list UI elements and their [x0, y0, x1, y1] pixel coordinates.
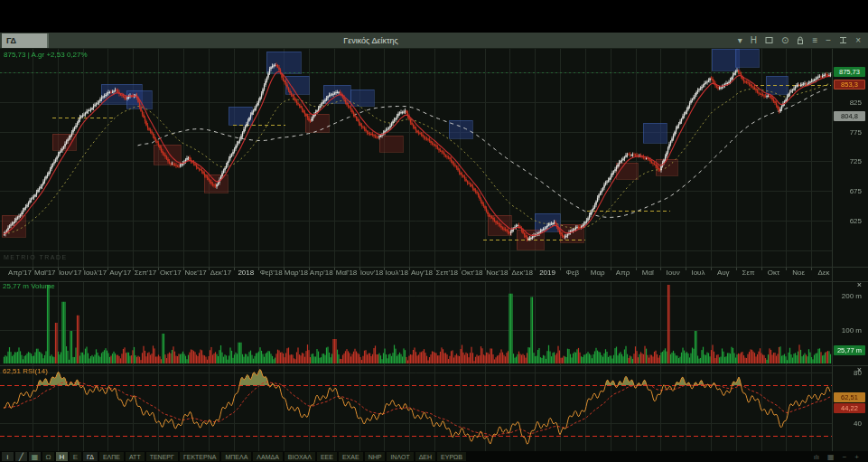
lock-open-icon[interactable]	[797, 36, 804, 45]
alert-price-badge: 853,3	[834, 80, 865, 90]
chart-window: ΓΔ Γενικός Δείκτης ▾Η⊙≡−× 875,73 | A.gr …	[0, 33, 868, 462]
price-tick: 675	[850, 187, 862, 195]
date-label: Ιουλ'17	[84, 269, 107, 277]
date-label: Αυγ	[717, 269, 730, 277]
date-label: Οκτ	[768, 269, 779, 277]
ticker-tab-ΜΠΕΛΑ[interactable]: ΜΠΕΛΑ	[221, 452, 251, 461]
ticker-tab-ΙΝΛΟΤ[interactable]: ΙΝΛΟΤ	[387, 452, 413, 461]
price-tick: 625	[850, 217, 862, 225]
window-title: Γενικός Δείκτης	[0, 36, 742, 45]
menu-icon[interactable]: ≡	[812, 36, 817, 45]
price-tick: 825	[850, 99, 862, 107]
instrument-tab[interactable]: ΓΔ	[2, 33, 49, 48]
date-label: 2019	[539, 269, 555, 277]
grid-small-icon[interactable]: ▦	[827, 453, 835, 461]
titlebar-icons: ▾Η⊙≡−×	[738, 36, 868, 45]
volume-bars-icon[interactable]: ılı	[814, 453, 819, 461]
date-label: Απρ'18	[310, 269, 333, 277]
date-label: Φεβ	[566, 269, 580, 277]
ticker-tab-ΕΥΡΩΒ[interactable]: ΕΥΡΩΒ	[437, 452, 466, 461]
date-label: Σεπ	[742, 269, 755, 277]
timeframe-button-Ε[interactable]: Ε	[70, 452, 81, 461]
info-icon[interactable]: i	[2, 452, 14, 461]
date-label: Δεκ	[818, 269, 830, 277]
date-label: Οκτ'17	[160, 269, 182, 277]
price-tick: 775	[850, 128, 862, 137]
timeframe-button-Η[interactable]: Η	[56, 452, 68, 461]
ticker-tab-ΓΕΚΤΕΡΝΑ[interactable]: ΓΕΚΤΕΡΝΑ	[180, 452, 220, 461]
zoom-out-icon[interactable]: −	[843, 453, 847, 461]
draw-line-icon[interactable]: ╱	[15, 452, 27, 461]
date-label: Ιουλ'18	[385, 269, 407, 277]
rsi-tick: 40	[854, 420, 862, 428]
ticker-tab-ΕΧΑΕ[interactable]: ΕΧΑΕ	[339, 452, 363, 461]
rsi-value-badge: 62,51	[834, 392, 865, 402]
date-label: Μαϊ'18	[336, 269, 358, 277]
ticker-tab-ΝΗΡ[interactable]: ΝΗΡ	[365, 452, 386, 461]
ticker-tabs: ΓΔΕΛΠΕΑΤΤΤΕΝΕΡΓΓΕΚΤΕΡΝΑΜΠΕΛΑΛΑΜΔΑΒΙΟΧΑΛΕ…	[83, 452, 468, 461]
date-label: Μαρ'18	[285, 269, 308, 277]
window-icon[interactable]	[765, 36, 773, 44]
timeframe-h-icon[interactable]: Η	[751, 36, 757, 45]
rsi-close-icon[interactable]: ×	[854, 365, 864, 374]
date-label: Μαϊ	[642, 269, 654, 277]
volume-label: 25,77 m Volume	[3, 282, 55, 290]
date-label: 2018	[238, 269, 254, 277]
date-label: Δεκ'17	[210, 269, 231, 277]
date-label: Οκτ'18	[462, 269, 483, 277]
ticker-tab-ΕΛΠΕ[interactable]: ΕΛΠΕ	[99, 452, 124, 461]
zoom-in-icon[interactable]: +	[854, 453, 859, 461]
date-label: Ιουλ	[691, 269, 705, 277]
bottom-toolbar: i╱▦ ΩΗΕ ΓΔΕΛΠΕΑΤΤΤΕΝΕΡΓΓΕΚΤΕΡΝΑΜΠΕΛΑΛΑΜΔ…	[0, 451, 868, 462]
maximize-icon[interactable]	[839, 36, 847, 44]
date-label: Ιουν'18	[360, 269, 383, 277]
date-label: Νοε'17	[185, 269, 207, 277]
titlebar[interactable]: ΓΔ Γενικός Δείκτης ▾Η⊙≡−×	[0, 33, 868, 49]
chevron-down-icon[interactable]: ▾	[738, 36, 742, 45]
chart-body: 875,73 | A.gr +2,53 0,27% METRIO TRADE 8…	[0, 49, 868, 451]
date-label: Μαρ	[591, 269, 605, 277]
volume-tick: 200 m	[842, 292, 862, 300]
date-label: Φεβ'18	[260, 269, 283, 277]
ticker-tab-ΤΕΝΕΡΓ[interactable]: ΤΕΝΕΡΓ	[146, 452, 178, 461]
ticker-tab-ΑΤΤ[interactable]: ΑΤΤ	[126, 452, 145, 461]
ticker-tab-ΕΕΕ[interactable]: ΕΕΕ	[317, 452, 337, 461]
volume-badge: 25,77 m	[834, 345, 865, 355]
toolbar-right-icons: ılı▦−+	[814, 453, 868, 461]
chart-canvas[interactable]	[0, 49, 868, 451]
date-label: Νοε	[792, 269, 805, 277]
timeframe-button-Ω[interactable]: Ω	[42, 452, 54, 461]
date-label: Σεπ'18	[436, 269, 458, 277]
date-label: Μαϊ'17	[34, 269, 56, 277]
ticker-tab-ΛΑΜΔΑ[interactable]: ΛΑΜΔΑ	[253, 452, 283, 461]
toolbar-left-icons: i╱▦	[2, 452, 42, 461]
ticker-tab-ΔΕΗ[interactable]: ΔΕΗ	[415, 452, 435, 461]
date-label: Ιουν'17	[59, 269, 81, 277]
ma-value-badge: 804,8	[834, 111, 865, 121]
grid-icon[interactable]: ▦	[29, 452, 41, 461]
screen: ΓΔ Γενικός Δείκτης ▾Η⊙≡−× 875,73 | A.gr …	[0, 0, 868, 462]
date-label: Απρ'17	[8, 269, 32, 277]
date-label: Αυγ'18	[411, 269, 433, 277]
ticker-tab-ΓΔ[interactable]: ΓΔ	[83, 452, 98, 461]
date-label: Ιουν	[667, 269, 680, 277]
close-icon[interactable]: ×	[855, 36, 861, 45]
date-label: Νοε'18	[486, 269, 508, 277]
volume-close-icon[interactable]: ×	[854, 280, 864, 289]
rsi-label: 62,51 RSI(14)	[3, 367, 48, 375]
last-price-badge: 875,73	[834, 67, 865, 77]
timeframe-buttons: ΩΗΕ	[42, 452, 83, 461]
date-label: Δεκ'18	[512, 269, 533, 277]
minimize-icon[interactable]: −	[826, 36, 831, 45]
camera-icon[interactable]: ⊙	[781, 36, 789, 45]
volume-tick: 100 m	[842, 326, 862, 335]
price-tick: 725	[850, 157, 862, 165]
date-label: Αυγ'17	[109, 269, 131, 277]
date-label: Σεπ'17	[135, 269, 156, 277]
date-label: Απρ	[616, 269, 630, 277]
rsi-signal-badge: 44,22	[834, 403, 865, 413]
ticker-tab-ΒΙΟΧΑΛ[interactable]: ΒΙΟΧΑΛ	[285, 452, 315, 461]
